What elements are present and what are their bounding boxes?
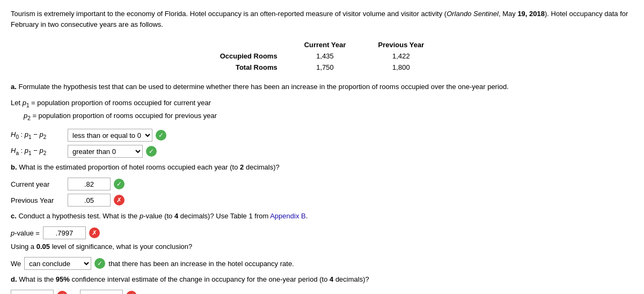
h0-row: H0 : p1 − p2 less than or equal to 0 equ… (11, 129, 633, 142)
table-row: Occupied Rooms 1,435 1,422 (204, 50, 440, 62)
part-b-bold-label: b. (11, 163, 17, 171)
previous-year-input[interactable] (68, 194, 111, 207)
part-d-label: d. What is the 95% confidence interval e… (11, 275, 633, 283)
table-cell-total-previous: 1,800 (362, 62, 440, 73)
intro-paragraph: Tourism is extremely important to the ec… (11, 9, 633, 30)
part-a-bold-label: a. (11, 83, 17, 91)
conclusion-row: We can conclude cannot conclude ✓ that t… (11, 257, 633, 270)
pvalue-status-icon: ✗ (89, 227, 100, 238)
ci-row: ✗ to ✗ (11, 290, 633, 294)
part-c-block: c. Conduct a hypothesis test. What is th… (11, 212, 633, 220)
part-a-block: a. Formulate the hypothesis test that ca… (11, 83, 633, 91)
table-header-current: Current Year (288, 39, 362, 50)
ci-upper-status-icon: ✗ (126, 291, 137, 294)
part-a-text: Formulate the hypothesis test that can b… (18, 83, 508, 91)
previous-year-label: Previous Year (11, 196, 64, 204)
h0-label: H0 : p1 − p2 (11, 130, 64, 140)
previous-year-row: Previous Year ✗ (11, 194, 633, 207)
part-d-text: What is the 95% confidence interval esti… (19, 275, 369, 283)
table-header-previous: Previous Year (362, 39, 440, 50)
part-b-block: b. What is the estimated proportion of h… (11, 163, 633, 171)
pvalue-row: p-value = ✗ (11, 226, 633, 239)
part-a-label: a. Formulate the hypothesis test that ca… (11, 83, 633, 91)
current-year-row: Current year ✓ (11, 178, 633, 190)
ci-lower-input[interactable] (11, 290, 54, 294)
table-label-total: Total Rooms (204, 62, 288, 73)
significance-text: Using a 0.05 level of significance, what… (11, 242, 633, 251)
current-year-status-icon: ✓ (114, 179, 125, 189)
pvalue-label: p-value = (11, 229, 40, 237)
let-line-2-text: p2 = population proportion of rooms occu… (24, 110, 217, 123)
h0-status-icon: ✓ (156, 130, 166, 141)
table-row: Total Rooms 1,750 1,800 (204, 62, 440, 73)
part-d-block: d. What is the 95% confidence interval e… (11, 275, 633, 283)
let-line-1-text: Let p1 = population proportion of rooms … (11, 97, 211, 110)
current-year-input[interactable] (68, 178, 111, 190)
let-line-1: Let p1 = population proportion of rooms … (11, 97, 633, 110)
ci-lower-status-icon: ✗ (57, 291, 68, 294)
part-c-bold-label: c. (11, 212, 17, 220)
conclusion-prefix: We (11, 260, 21, 268)
pvalue-input[interactable] (43, 226, 86, 239)
significance-block: Using a 0.05 level of significance, what… (11, 242, 633, 251)
table-cell-occupied-current: 1,435 (288, 50, 362, 62)
table-label-occupied: Occupied Rooms (204, 50, 288, 62)
h0-dropdown[interactable]: less than or equal to 0 equal to 0 great… (68, 129, 152, 142)
let-block: Let p1 = population proportion of rooms … (11, 97, 633, 122)
ha-dropdown[interactable]: less than 0 equal to 0 greater than 0 no… (68, 145, 143, 158)
ci-upper-input[interactable] (80, 290, 123, 294)
part-c-label: c. Conduct a hypothesis test. What is th… (11, 212, 633, 220)
let-line-2: p2 = population proportion of rooms occu… (24, 110, 633, 123)
ha-status-icon: ✓ (146, 146, 157, 157)
ha-row: Ha : p1 − p2 less than 0 equal to 0 grea… (11, 145, 633, 158)
part-b-label: b. What is the estimated proportion of h… (11, 163, 633, 171)
table-cell-occupied-previous: 1,422 (362, 50, 440, 62)
table-empty-header (204, 39, 288, 50)
part-d-bold-label: d. (11, 275, 17, 283)
data-table: Current Year Previous Year Occupied Room… (204, 39, 440, 73)
table-cell-total-current: 1,750 (288, 62, 362, 73)
conclusion-dropdown[interactable]: can conclude cannot conclude (24, 257, 91, 270)
part-c-text: Conduct a hypothesis test. What is the p… (18, 212, 308, 220)
conclusion-status-icon: ✓ (94, 258, 105, 269)
conclusion-suffix: that there has been an increase in the h… (108, 260, 294, 268)
current-year-label: Current year (11, 180, 64, 188)
appendix-b-link[interactable]: Appendix B (270, 212, 306, 220)
previous-year-status-icon: ✗ (114, 195, 125, 205)
part-b-text: What is the estimated proportion of hote… (19, 163, 280, 171)
ha-label: Ha : p1 − p2 (11, 146, 64, 156)
